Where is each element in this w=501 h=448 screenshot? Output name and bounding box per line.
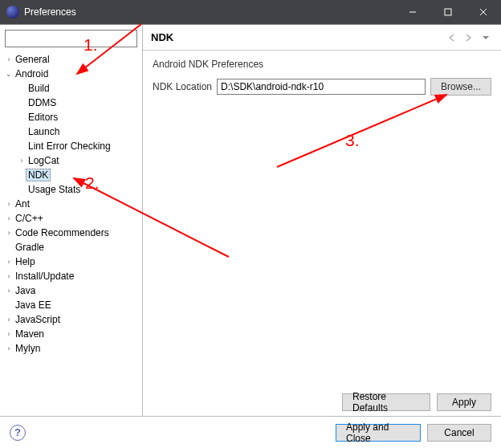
tree-item-label: JavaScript [13,314,63,325]
expander-icon[interactable]: › [5,287,13,295]
forward-button[interactable] [462,31,477,45]
ndk-location-input[interactable] [217,79,426,95]
page-subtitle: Android NDK Preferences [153,59,491,70]
expander-icon[interactable]: › [5,330,13,338]
tree-item-label: General [13,54,52,65]
tree-item[interactable]: Lint Error Checking [3,139,142,153]
tree-item[interactable]: ›Code Recommenders [3,226,142,240]
preferences-page-pane: NDK Android NDK Preferences NDK Location… [143,25,501,416]
tree-item[interactable]: ›Maven [3,327,142,341]
tree-item-label: Launch [26,126,62,137]
close-button[interactable] [466,0,501,24]
tree-item-label: Editors [26,112,60,123]
tree-item[interactable]: ›LogCat [3,153,142,168]
tree-item[interactable]: ›JavaScript [3,312,142,327]
dialog-button-bar: ? Apply and Close Cancel [0,416,501,448]
help-icon[interactable]: ? [10,425,26,441]
eclipse-app-icon [6,6,19,18]
window-title: Preferences [24,6,395,18]
tree-item-label: Code Recommenders [13,227,112,238]
apply-and-close-button[interactable]: Apply and Close [336,424,421,442]
preferences-tree[interactable]: ›General⌄AndroidBuildDDMSEditorsLaunchLi… [0,51,142,416]
page-heading: NDK [151,31,445,43]
preferences-tree-pane: ›General⌄AndroidBuildDDMSEditorsLaunchLi… [0,25,143,416]
tree-item-label: Build [26,83,52,94]
tree-item[interactable]: Java EE [3,298,142,312]
tree-item[interactable]: Build [3,81,142,96]
tree-item[interactable]: NDK [3,168,142,182]
tree-item[interactable]: ⌄Android [3,67,142,81]
minimize-button[interactable] [395,0,430,24]
tree-item-label: Help [13,256,38,267]
tree-item-label: Java [13,285,38,296]
browse-button[interactable]: Browse... [430,78,491,96]
tree-item[interactable]: DDMS [3,96,142,110]
expander-icon[interactable]: › [5,55,13,63]
tree-item-label: LogCat [26,155,62,166]
expander-icon[interactable]: › [5,316,13,324]
restore-defaults-button[interactable]: Restore Defaults [342,393,430,411]
tree-item-label: DDMS [26,97,59,108]
tree-item[interactable]: Launch [3,124,142,139]
tree-item[interactable]: ›Java [3,283,142,298]
tree-item-label: Java EE [13,299,54,311]
tree-item[interactable]: ›Help [3,255,142,269]
maximize-button[interactable] [430,0,466,24]
tree-item-label: Ant [13,198,32,210]
tree-item-label: C/C++ [13,213,46,224]
tree-item[interactable]: ›Install/Update [3,269,142,283]
ndk-location-label: NDK Location [153,81,212,92]
tree-item-label: Lint Error Checking [26,141,113,152]
expander-icon[interactable]: › [18,157,26,165]
tree-item-label: Install/Update [13,271,76,282]
tree-item[interactable]: ›Mylyn [3,341,142,356]
tree-item[interactable]: Gradle [3,240,142,255]
page-menu-button[interactable] [479,31,493,45]
tree-item[interactable]: Editors [3,110,142,124]
expander-icon[interactable]: ⌄ [5,70,13,78]
expander-icon[interactable]: › [5,214,13,222]
tree-item-label: Gradle [13,242,47,253]
tree-item-label: NDK [26,169,51,181]
filter-input[interactable] [5,30,137,47]
titlebar: Preferences [0,0,501,24]
expander-icon[interactable]: › [5,200,13,208]
tree-item[interactable]: ›C/C++ [3,211,142,226]
tree-item-label: Usage Stats [26,184,83,195]
tree-item[interactable]: ›Ant [3,197,142,211]
back-button[interactable] [446,31,461,45]
expander-icon[interactable]: › [5,229,13,237]
tree-item-label: Mylyn [13,343,43,354]
cancel-button[interactable]: Cancel [427,424,491,442]
tree-item[interactable]: Usage Stats [3,182,142,197]
tree-item-label: Maven [13,328,47,340]
expander-icon[interactable]: › [5,272,13,280]
apply-button[interactable]: Apply [437,393,491,411]
expander-icon[interactable]: › [5,258,13,266]
expander-icon[interactable]: › [5,344,13,352]
tree-item[interactable]: ›General [3,52,142,67]
svg-rect-1 [445,9,451,15]
tree-item-label: Android [13,68,51,79]
